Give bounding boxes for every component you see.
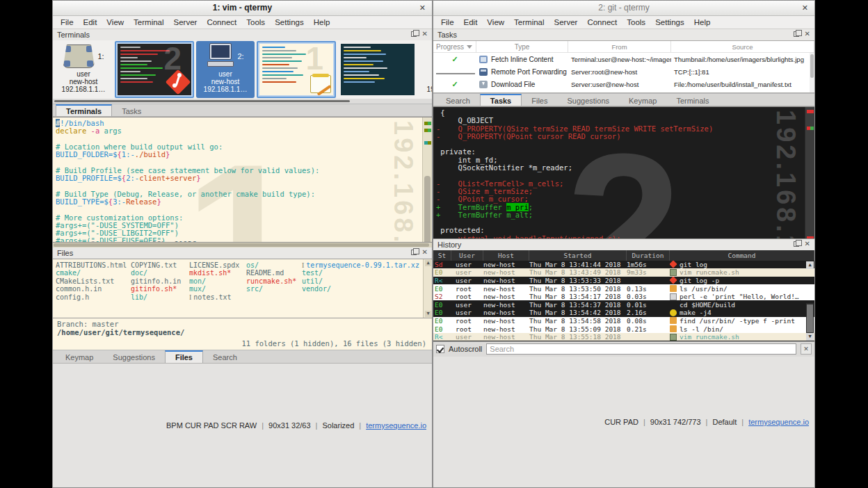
tab-terminals[interactable]: Terminals [56,104,112,116]
column-header-host[interactable]: Host [483,250,529,261]
history-row[interactable]: R<usernew-hostThu Mar 8 13:53:33 2018git… [433,277,814,285]
task-row[interactable]: Remote Port ForwardingServer:root@new-ho… [433,65,814,78]
menu-file[interactable]: File [436,18,459,26]
tab-suggestions[interactable]: Suggestions [103,350,165,363]
menu-connect[interactable]: Connect [582,18,622,26]
file-item[interactable]: mon/ [189,277,246,286]
server-item-user[interactable]: 2:usernew-host192.168.1.1… [196,41,255,98]
file-item[interactable]: os/ [246,261,302,270]
file-item[interactable]: doc/ [131,269,189,277]
history-row[interactable]: R<usernew-hostThu Mar 8 13:55:18 2018vim… [433,333,814,341]
file-item[interactable]: gitinfo.h.in [131,277,189,286]
tasks-scrollbar[interactable] [810,53,814,92]
column-header-source[interactable]: Source [671,41,814,52]
vim-terminal[interactable]: 1 192.168.1.152 #!/bin/bashdeclare -a ar… [53,117,432,243]
annotation-mark[interactable] [807,110,814,113]
close-dock-icon[interactable]: ✕ [422,249,428,256]
history-row[interactable]: E0usernew-hostThu Mar 8 13:54:42 20182.1… [433,309,814,317]
menu-help[interactable]: Help [689,18,716,26]
close-icon[interactable]: ✕ [419,1,426,15]
file-item[interactable]: gitinfo.sh* [131,285,189,293]
file-item[interactable]: LICENSE.spdx [189,261,246,270]
float-dock-icon[interactable] [411,250,417,255]
tab-search[interactable]: Search [203,350,247,363]
column-header-progress[interactable]: Progress [433,41,476,52]
scroll-down-icon[interactable]: ▼ [425,311,431,317]
file-item[interactable]: CMakeLists.txt [56,277,131,286]
close-icon[interactable]: ✕ [802,1,808,15]
git-terminal[interactable]: 2 192.168.1.152 { Q_OBJECT- Q_PROPERTY(Q… [433,106,814,239]
history-row[interactable]: E0usernew-hostThu Mar 8 13:43:49 20189m3… [433,268,814,277]
menu-tools[interactable]: Tools [622,18,650,26]
tab-terminals[interactable]: Terminals [666,94,718,106]
menu-server[interactable]: Server [169,18,202,26]
column-header-type[interactable]: Type [476,41,568,52]
terminal-thumbnail[interactable]: 1 [257,41,336,98]
column-header-user[interactable]: User [451,250,483,261]
float-dock-icon[interactable] [794,31,799,37]
file-item[interactable]: common.h.in [56,285,131,293]
history-row[interactable]: E0usernew-hostThu Mar 8 13:54:37 20180.0… [433,300,814,309]
scroll-up-icon[interactable]: ▲ [806,261,814,269]
menu-terminal[interactable]: Terminal [509,18,549,26]
menu-view[interactable]: View [482,18,509,26]
thumbnails-scrollbar[interactable] [53,99,432,104]
terminal-scrollbar[interactable]: 2 [805,107,814,238]
tab-files[interactable]: Files [165,350,203,363]
history-scrollbar[interactable]: ▼ [806,303,814,341]
titlebar-right[interactable]: 2: git - qtermy ✕ [433,1,814,16]
close-dock-icon[interactable]: ✕ [805,31,810,38]
float-dock-icon[interactable] [411,31,417,37]
termysequence-link[interactable]: termysequence.io [366,421,426,430]
scrollbar-thumb[interactable] [424,176,431,243]
tab-tasks[interactable]: Tasks [112,104,151,116]
file-item[interactable]: util/ [302,277,419,286]
menu-connect[interactable]: Connect [202,18,241,26]
history-row[interactable]: E0rootnew-hostThu Mar 8 13:55:09 20180.2… [433,325,814,333]
file-item[interactable]: config.h [56,293,131,302]
menu-terminal[interactable]: Terminal [129,18,168,26]
search-input[interactable] [486,343,796,355]
close-dock-icon[interactable]: ✕ [805,241,810,247]
history-row[interactable]: E0rootnew-hostThu Mar 8 13:53:50 20180.1… [433,284,814,293]
column-header-started[interactable]: Started [529,250,627,261]
file-item[interactable]: ATTRIBUTIONS.html [56,261,131,270]
file-item[interactable]: cmake/ [56,269,131,277]
file-item[interactable]: runcmake.sh* [246,277,302,286]
tab-files[interactable]: Files [522,94,557,106]
tab-keymap[interactable]: Keymap [56,350,103,363]
file-item[interactable]: vendor/ [302,285,419,293]
file-item[interactable]: Itermysequence-0.99.1.tar.xz [302,261,419,270]
file-item[interactable]: mkdist.sh* [189,269,246,277]
menu-file[interactable]: File [56,18,79,26]
close-dock-icon[interactable]: ✕ [422,31,428,38]
menu-edit[interactable]: Edit [79,18,102,26]
file-item[interactable]: lib/ [131,293,189,302]
file-item[interactable]: test/ [302,269,419,277]
tab-tasks[interactable]: Tasks [480,94,522,106]
history-row[interactable]: S2rootnew-hostThu Mar 8 13:54:17 20180.0… [433,293,814,301]
file-item[interactable]: Inotes.txt [189,293,246,302]
terminal-hscrollbar[interactable] [53,243,432,247]
annotation-mark[interactable] [424,141,431,145]
menu-tools[interactable]: Tools [241,18,270,26]
column-header-st[interactable]: St [433,250,451,261]
menu-help[interactable]: Help [309,18,335,26]
file-item[interactable]: README.md [246,269,302,277]
menu-settings[interactable]: Settings [270,18,309,26]
menu-edit[interactable]: Edit [459,18,483,26]
autoscroll-checkbox[interactable] [436,345,444,353]
terminal-thumbnail[interactable] [338,41,417,98]
annotation-mark[interactable] [807,127,814,130]
column-header-from[interactable]: From [568,41,671,52]
menu-server[interactable]: Server [549,18,583,26]
menu-view[interactable]: View [102,18,129,26]
server-item-user[interactable]: 1:usernew-host192.168.1.1… [54,41,113,98]
file-item[interactable]: mux/ [189,285,246,293]
column-header-duration[interactable]: Duration [627,250,670,261]
termysequence-link[interactable]: termysequence.io [748,418,809,426]
annotation-mark[interactable] [424,129,431,132]
float-dock-icon[interactable] [794,241,799,247]
server-item-root[interactable]: 2:rootnew-host192.168.1.1… [419,41,432,98]
history-row[interactable]: Sdusernew-hostThu Mar 8 13:41:44 20181m5… [433,261,814,269]
